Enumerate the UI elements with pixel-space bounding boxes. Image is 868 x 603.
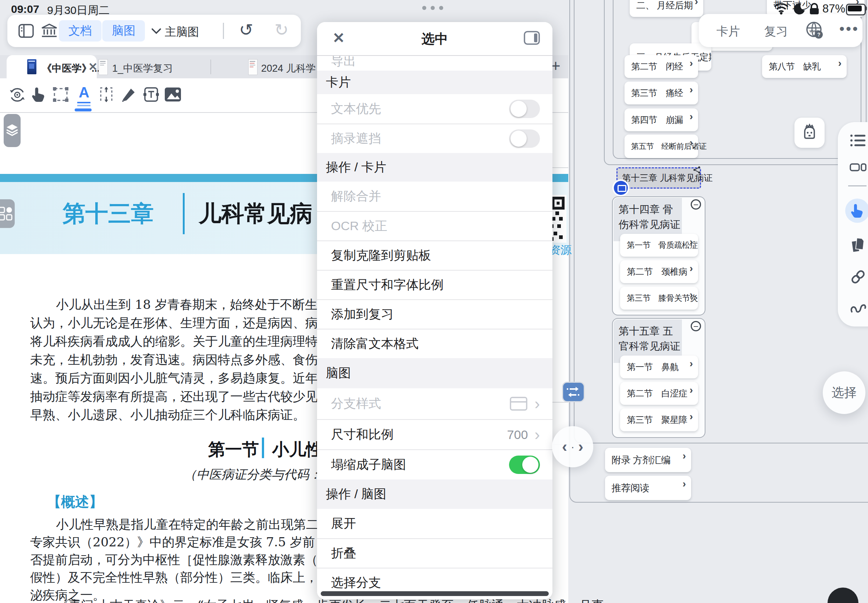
chevron-right-icon[interactable]: › (690, 290, 693, 300)
chevron-right-icon[interactable]: › (695, 0, 698, 7)
modal-item-expand[interactable]: 展开 (317, 509, 552, 538)
modal-item-collapse-submap[interactable]: 塌缩成子脑图 (317, 449, 552, 479)
grid-palette-button[interactable] (0, 199, 15, 228)
modal-item-add-review[interactable]: 添加到复习 (317, 299, 552, 329)
modal-item-label: 选择分支 (331, 574, 381, 591)
modal-item-fold[interactable]: 折叠 (317, 538, 552, 568)
mindmap-node-child[interactable]: 第三节 膝骨关节炎 › (620, 287, 698, 309)
excerpt-mask-toggle[interactable] (509, 130, 540, 148)
mindmap-node-child[interactable]: 第三节 聚星障 › (620, 408, 698, 431)
chevron-right-icon[interactable]: › (682, 479, 686, 489)
chevron-right-icon[interactable]: › (690, 58, 693, 68)
layout-cards-icon[interactable] (849, 163, 866, 179)
tab-zhongyixue[interactable]: 《中医学》... ✕ (7, 55, 97, 78)
mindmap-node-child[interactable]: 第二节 颈椎病 › (620, 260, 698, 283)
undo-icon[interactable]: ↺ (239, 20, 254, 40)
library-museum-icon[interactable] (41, 23, 57, 38)
right-tool-rail (838, 122, 868, 326)
doc-view-button[interactable]: 文档 (59, 20, 102, 42)
swap-panes-button[interactable] (562, 382, 585, 402)
mindmap-node-child[interactable]: 第二节 白涩症 › (620, 382, 698, 405)
page-nav-button[interactable]: ‹ · › (552, 426, 593, 467)
hand-pointer-icon (851, 203, 864, 218)
chevron-right-icon[interactable]: › (690, 411, 693, 422)
chevron-right-icon[interactable]: › (690, 237, 693, 247)
close-tab-icon[interactable]: ✕ (88, 60, 97, 73)
highlight-text-icon[interactable]: A (76, 86, 92, 104)
modal-item-export[interactable]: 导出 (317, 55, 552, 71)
chapter-number: 第十三章 (62, 198, 154, 229)
modal-item-size-ratio[interactable]: 尺寸和比例 700 › (317, 419, 552, 449)
vertical-expand-icon[interactable] (99, 86, 114, 103)
mindmap-node-jingduan[interactable]: 第五节 经断前后诸证 › (625, 135, 698, 158)
grid-icon (0, 207, 12, 221)
modal-item-reset-size[interactable]: 重置尺寸和字体比例 (317, 270, 552, 299)
modal-item-copy-clone[interactable]: 复制克隆到剪贴板 (317, 240, 552, 270)
collapse-icon[interactable]: − (691, 321, 701, 331)
chevron-right-icon[interactable]: › (690, 385, 693, 395)
mindmap-node-child[interactable]: 第一节 骨质疏松症 › (620, 234, 698, 257)
multitask-indicator-icon[interactable] (422, 6, 452, 10)
mindmap-node-tongjing[interactable]: 第三节 痛经 › (625, 82, 698, 104)
chevron-right-icon[interactable]: › (682, 451, 686, 461)
card-mode-button[interactable]: 卡片 (716, 23, 740, 40)
page-prev-icon[interactable]: ‹ (562, 438, 567, 456)
sidebar-right-icon[interactable] (524, 31, 540, 45)
modal-item-branch-style[interactable]: 分支样式 › (317, 388, 552, 419)
copy-pages-icon[interactable] (850, 237, 866, 254)
modal-item-text-priority[interactable]: 文本优先 (317, 94, 552, 124)
main-map-label[interactable]: 主脑图 (165, 24, 199, 40)
mindmap-node-appendix[interactable]: 附录 方剂汇编 › (605, 448, 691, 472)
qr-caption-link[interactable]: 资源 (549, 243, 572, 258)
chevron-right-icon[interactable]: › (690, 138, 693, 148)
robot-assistant-button[interactable] (794, 118, 825, 148)
mindmap-group-chapter14[interactable]: 第十四章 骨伤科常见病证 − 第一节 骨质疏松症 › 第二节 颈椎病 › 第三节… (612, 196, 706, 315)
collapse-icon[interactable]: − (691, 199, 701, 210)
outline-list-icon[interactable] (850, 133, 866, 148)
wifi-icon (774, 3, 789, 15)
tab-book-thumbnail (27, 59, 36, 74)
mindmap-node-child[interactable]: 第一节 鼻鼽 › (620, 356, 698, 378)
page-next-icon[interactable]: › (578, 438, 583, 456)
mindmap-node-benglou[interactable]: 第四节 崩漏 › (625, 108, 698, 131)
rect-select-icon[interactable] (52, 87, 69, 103)
tab-zhongyixue-fuxi[interactable]: 1_中医学复习 (97, 55, 210, 78)
modal-item-ocr-correct[interactable]: OCR 校正 (317, 211, 552, 240)
mindmap-node-recommended[interactable]: 推荐阅读 › (605, 476, 691, 500)
redo-icon[interactable]: ↻ (274, 20, 289, 40)
web-translate-icon[interactable]: www ? (805, 20, 825, 40)
sidebar-panel-icon[interactable] (19, 24, 34, 38)
chevron-right-icon[interactable]: › (690, 85, 693, 95)
pen-icon[interactable] (121, 87, 137, 103)
collapse-submap-toggle[interactable] (509, 456, 540, 474)
modal-item-excerpt-mask[interactable]: 摘录遮挡 (317, 124, 552, 153)
chevron-right-icon[interactable]: › (690, 263, 693, 274)
chevron-right-icon[interactable]: › (690, 359, 693, 369)
hand-tool-icon[interactable] (32, 87, 46, 103)
chevron-right-icon[interactable]: › (838, 58, 842, 68)
comment-bubble-icon[interactable] (613, 179, 629, 196)
review-mode-button[interactable]: 复习 (764, 23, 788, 40)
modal-scrollbar[interactable] (321, 591, 549, 596)
scribble-icon[interactable] (849, 299, 866, 315)
textbox-icon[interactable] (143, 87, 159, 103)
modal-item-unmerge[interactable]: 解除合并 (317, 182, 552, 211)
text-priority-toggle[interactable] (509, 100, 540, 118)
chevron-right-icon[interactable]: › (690, 111, 693, 122)
modal-item-clear-richtext[interactable]: 清除富文本格式 (317, 329, 552, 358)
mindmap-group-chapter15[interactable]: 第十五章 五官科常见病证 − 第一节 鼻鼽 › 第二节 白涩症 › 第三节 聚星… (612, 318, 706, 438)
mindmap-node-queru[interactable]: 第八节 缺乳 › (762, 55, 847, 78)
tab-doc-thumbnail (248, 59, 257, 75)
layers-tab[interactable] (4, 114, 21, 147)
select-mode-button[interactable]: 选择 (823, 371, 865, 414)
pointer-tool-active[interactable] (845, 199, 868, 223)
mindmap-node-bijing[interactable]: 第二节 闭经 › (625, 55, 698, 78)
mindmap-node-yuejing-houqi[interactable]: 二、 月经后期 › (630, 0, 703, 17)
mindmap-view-button[interactable]: 脑图 (102, 20, 145, 42)
link-icon[interactable] (849, 268, 866, 285)
mindmap-node-selected-chapter13[interactable]: 第十三章 儿科常见病证 (616, 167, 701, 189)
chevron-down-icon[interactable] (152, 28, 161, 34)
more-menu-icon[interactable]: ••• (839, 20, 859, 37)
image-icon[interactable] (164, 87, 182, 102)
auto-excerpt-icon[interactable] (9, 87, 26, 103)
